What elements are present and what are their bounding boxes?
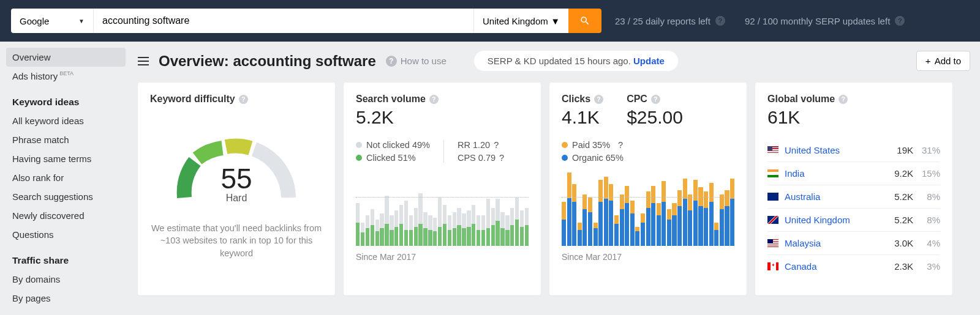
card-title: Clicks — [562, 94, 590, 105]
country-volume: 9.2K — [883, 168, 913, 179]
keyword-difficulty-card: Keyword difficulty ? 55 Hard We estimate… — [138, 83, 335, 295]
search-engine-select[interactable]: Google ▼ — [11, 9, 94, 33]
caret-down-icon: ▼ — [78, 18, 85, 24]
kd-score: 55 — [172, 162, 301, 195]
add-to-button[interactable]: + Add to — [916, 51, 970, 71]
clicks-cpc-card: Clicks? 4.1K CPC? $25.00 Paid 35%? Organ… — [549, 83, 747, 295]
help-icon[interactable]: ? — [618, 140, 623, 150]
legend-clicked: Clicked 51% — [356, 153, 430, 163]
page-title: Overview: accounting software — [159, 53, 376, 70]
sidebar-item[interactable]: Search suggestions — [6, 187, 126, 206]
sidebar-item[interactable]: All keyword ideas — [6, 111, 126, 130]
flag-icon — [767, 239, 778, 247]
help-icon[interactable]: ? — [239, 95, 248, 104]
plus-icon: + — [925, 56, 931, 66]
country-link[interactable]: Australia — [785, 191, 883, 202]
search-button[interactable] — [568, 9, 601, 33]
help-icon[interactable]: ? — [715, 16, 725, 26]
help-icon[interactable]: ? — [499, 153, 504, 163]
daily-reports-stat: 23 / 25 daily reports left ? — [615, 16, 725, 26]
update-link[interactable]: Update — [633, 56, 665, 66]
help-icon[interactable]: ? — [429, 95, 439, 104]
sidebar-item[interactable]: Ads historyBETA — [6, 67, 126, 86]
how-to-use-link[interactable]: ? How to use — [386, 56, 447, 67]
help-icon[interactable]: ? — [839, 95, 848, 104]
rr-metric: RR 1.20? — [458, 140, 504, 150]
global-volume-list: United States19K31%India9.2K15%Australia… — [767, 139, 940, 278]
country-row[interactable]: India9.2K15% — [767, 162, 940, 185]
country-select[interactable]: United Kingdom ▼ — [473, 9, 568, 33]
country-link[interactable]: Canada — [785, 261, 883, 272]
flag-icon — [767, 169, 778, 177]
monthly-serp-stat: 92 / 100 monthly SERP updates left ? — [745, 16, 905, 26]
card-title: Search volume — [356, 94, 426, 105]
help-icon[interactable]: ? — [494, 140, 499, 150]
menu-toggle-icon[interactable] — [138, 54, 149, 68]
global-volume-value: 61K — [767, 107, 940, 128]
legend-paid: Paid 35%? — [562, 140, 624, 150]
card-title: Global volume — [767, 94, 835, 105]
country-volume: 5.2K — [883, 191, 913, 202]
sidebar-item[interactable]: By pages — [6, 289, 126, 308]
global-volume-card: Global volume? 61K United States19K31%In… — [755, 83, 952, 295]
caret-down-icon: ▼ — [551, 16, 560, 26]
keyword-input[interactable] — [94, 9, 473, 33]
sidebar-item[interactable]: Phrase match — [6, 130, 126, 149]
sidebar-item[interactable]: Questions — [6, 225, 126, 244]
country-percent: 8% — [913, 215, 940, 225]
help-icon[interactable]: ? — [651, 95, 660, 104]
update-status-pill: SERP & KD updated 15 hours ago. Update — [473, 50, 679, 72]
sidebar-item[interactable]: Newly discovered — [6, 206, 126, 225]
topbar: Google ▼ United Kingdom ▼ 23 / 25 daily … — [0, 0, 980, 42]
search-icon — [579, 15, 590, 26]
flag-icon — [767, 193, 778, 201]
sidebar-item[interactable]: Having same terms — [6, 149, 126, 168]
card-title: CPC — [627, 94, 647, 105]
sidebar-heading-traffic-share: Traffic share — [6, 244, 126, 270]
search-volume-value: 5.2K — [356, 107, 529, 128]
country-row[interactable]: United States19K31% — [767, 139, 940, 162]
country-link[interactable]: Malaysia — [785, 238, 883, 248]
flag-icon — [767, 146, 778, 154]
card-title: Keyword difficulty — [150, 94, 235, 105]
country-percent: 3% — [913, 261, 940, 272]
country-link[interactable]: United Kingdom — [785, 215, 883, 225]
sidebar-heading-keyword-ideas: Keyword ideas — [6, 86, 126, 111]
flag-icon — [767, 262, 778, 270]
cps-metric: CPS 0.79? — [458, 153, 504, 163]
clicks-chart — [562, 172, 734, 246]
country-percent: 15% — [913, 168, 940, 179]
country-volume: 3.0K — [883, 238, 913, 248]
country-row[interactable]: Australia5.2K8% — [767, 185, 940, 209]
clicks-value: 4.1K — [562, 107, 603, 128]
kd-gauge: 55 Hard — [172, 118, 301, 204]
country-percent: 31% — [913, 145, 940, 155]
help-icon: ? — [386, 56, 397, 67]
country-link[interactable]: United States — [785, 145, 883, 155]
country-row[interactable]: Malaysia3.0K4% — [767, 232, 940, 255]
kd-note: We estimate that you'll need backlinks f… — [150, 222, 323, 259]
country-volume: 2.3K — [883, 261, 913, 272]
flag-icon — [767, 216, 778, 224]
search-volume-card: Search volume ? 5.2K Not clicked 49% Cli… — [344, 83, 541, 295]
help-icon[interactable]: ? — [895, 16, 905, 26]
sidebar-item[interactable]: Overview — [6, 48, 126, 67]
country-volume: 19K — [883, 145, 913, 155]
engine-label: Google — [20, 16, 49, 26]
cpc-value: $25.00 — [627, 107, 683, 128]
sidebar-item[interactable]: Also rank for — [6, 168, 126, 187]
search-volume-chart — [356, 172, 529, 246]
country-row[interactable]: Canada2.3K3% — [767, 255, 940, 278]
since-label: Since Mar 2017 — [562, 252, 734, 262]
country-label: United Kingdom — [483, 16, 548, 26]
help-icon[interactable]: ? — [594, 95, 603, 104]
country-link[interactable]: India — [785, 168, 883, 179]
since-label: Since Mar 2017 — [356, 252, 529, 262]
sidebar-item[interactable]: By domains — [6, 270, 126, 289]
country-row[interactable]: United Kingdom5.2K8% — [767, 209, 940, 232]
kd-label: Hard — [172, 193, 301, 204]
country-volume: 5.2K — [883, 215, 913, 225]
sidebar: OverviewAds historyBETA Keyword ideas Al… — [0, 42, 132, 308]
legend-not-clicked: Not clicked 49% — [356, 140, 430, 150]
legend-organic: Organic 65% — [562, 153, 624, 163]
